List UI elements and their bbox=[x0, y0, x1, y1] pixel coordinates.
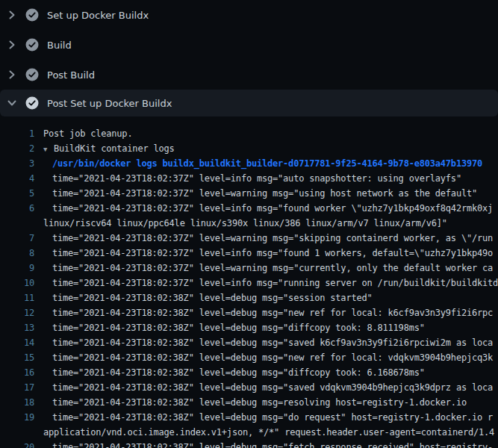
log-text: time="2021-04-23T18:02:38Z" level=debug … bbox=[43, 395, 467, 410]
log-text: Post job cleanup. bbox=[43, 126, 132, 141]
chevron-right-icon bbox=[6, 9, 18, 21]
log-line-number[interactable]: 8 bbox=[0, 246, 34, 261]
log-line: 12time="2021-04-23T18:02:38Z" level=debu… bbox=[0, 305, 498, 320]
log-line-number[interactable]: 11 bbox=[0, 290, 34, 305]
log-line-number[interactable]: 18 bbox=[0, 395, 34, 410]
log-line: 3/usr/bin/docker logs buildx_buildkit_bu… bbox=[0, 156, 498, 171]
log-text: time="2021-04-23T18:02:38Z" level=debug … bbox=[43, 290, 373, 305]
log-line: 15time="2021-04-23T18:02:38Z" level=debu… bbox=[0, 350, 498, 365]
step-header-build[interactable]: Build bbox=[0, 30, 498, 60]
log-line-number[interactable]: 9 bbox=[0, 261, 34, 276]
log-line-number[interactable]: 7 bbox=[0, 231, 34, 246]
check-circle-icon bbox=[25, 38, 39, 52]
log-line: 10time="2021-04-23T18:02:37Z" level=info… bbox=[0, 276, 498, 290]
log-line-number[interactable]: 20 bbox=[0, 440, 34, 448]
check-circle-icon bbox=[25, 96, 39, 110]
log-line: 20time="2021-04-23T18:02:38Z" level=debu… bbox=[0, 440, 498, 448]
log-line-number[interactable]: 13 bbox=[0, 320, 34, 335]
log-text: BuildKit container logs bbox=[54, 143, 175, 154]
log-line: 7time="2021-04-23T18:02:37Z" level=warni… bbox=[0, 231, 498, 246]
chevron-right-icon bbox=[6, 69, 18, 81]
step-list: Set up Docker BuildxBuildPost BuildPost … bbox=[0, 0, 498, 116]
log-line-number[interactable]: 10 bbox=[0, 276, 34, 290]
log-group-line: ▼BuildKit container logs bbox=[43, 141, 175, 156]
step-label: Post Set up Docker Buildx bbox=[47, 98, 172, 109]
log-line-number[interactable]: 3 bbox=[0, 156, 34, 171]
step-label: Post Build bbox=[47, 69, 95, 81]
log-line: 16time="2021-04-23T18:02:38Z" level=debu… bbox=[0, 365, 498, 380]
log-line-number[interactable] bbox=[0, 425, 34, 440]
log-text: time="2021-04-23T18:02:37Z" level=info m… bbox=[43, 246, 493, 261]
group-toggle-icon[interactable]: ▼ bbox=[43, 142, 54, 157]
step-header-set-up-docker-buildx[interactable]: Set up Docker Buildx bbox=[0, 0, 498, 30]
log-line: 9time="2021-04-23T18:02:37Z" level=warni… bbox=[0, 261, 498, 276]
log-line-number[interactable]: 15 bbox=[0, 350, 34, 365]
log-text: time="2021-04-23T18:02:38Z" level=debug … bbox=[43, 410, 493, 425]
log-line: 5time="2021-04-23T18:02:37Z" level=warni… bbox=[0, 186, 498, 201]
log-text: /usr/bin/docker logs buildx_buildkit_bui… bbox=[43, 156, 482, 171]
chevron-right-icon bbox=[6, 39, 18, 51]
log-line: 14time="2021-04-23T18:02:38Z" level=debu… bbox=[0, 335, 498, 350]
log-line-number[interactable]: 5 bbox=[0, 186, 34, 201]
step-header-post-build[interactable]: Post Build bbox=[0, 60, 498, 90]
log-line: 6time="2021-04-23T18:02:37Z" level=info … bbox=[0, 201, 498, 216]
log-line-continuation: application/vnd.oci.image.index.v1+json,… bbox=[0, 425, 498, 440]
log-text: time="2021-04-23T18:02:37Z" level=info m… bbox=[43, 276, 498, 290]
log-line: 17time="2021-04-23T18:02:38Z" level=debu… bbox=[0, 380, 498, 395]
log-text: time="2021-04-23T18:02:37Z" level=warnin… bbox=[43, 261, 493, 276]
log-text: time="2021-04-23T18:02:38Z" level=debug … bbox=[43, 305, 493, 320]
log-text: time="2021-04-23T18:02:38Z" level=debug … bbox=[43, 380, 493, 395]
log-line-continuation: linux/riscv64 linux/ppc64le linux/s390x … bbox=[0, 216, 498, 231]
chevron-down-icon bbox=[6, 97, 18, 109]
log-line-number[interactable]: 1 bbox=[0, 126, 34, 141]
step-label: Build bbox=[47, 40, 72, 51]
log-text: time="2021-04-23T18:02:38Z" level=debug … bbox=[43, 365, 425, 380]
log-line-number[interactable]: 19 bbox=[0, 410, 34, 425]
log-text: time="2021-04-23T18:02:37Z" level=info m… bbox=[43, 201, 493, 216]
check-circle-icon bbox=[25, 68, 39, 81]
log-line: 8time="2021-04-23T18:02:37Z" level=info … bbox=[0, 246, 498, 261]
check-circle-icon bbox=[25, 8, 39, 22]
log-line-number[interactable]: 12 bbox=[0, 305, 34, 320]
log-line-number[interactable]: 4 bbox=[0, 171, 34, 186]
log-line-number[interactable]: 2 bbox=[0, 141, 34, 156]
log-text: time="2021-04-23T18:02:38Z" level=debug … bbox=[43, 320, 425, 335]
log-line-number[interactable]: 17 bbox=[0, 380, 34, 395]
step-label: Set up Docker Buildx bbox=[47, 10, 149, 21]
log-line-number[interactable]: 6 bbox=[0, 201, 34, 216]
actions-log-page: { "colors": { "background": "#090c10", "… bbox=[0, 0, 498, 448]
log-line: 13time="2021-04-23T18:02:38Z" level=debu… bbox=[0, 320, 498, 335]
log-text: application/vnd.oci.image.index.v1+json,… bbox=[43, 425, 494, 440]
log-line: 18time="2021-04-23T18:02:38Z" level=debu… bbox=[0, 395, 498, 410]
log-text: time="2021-04-23T18:02:38Z" level=debug … bbox=[43, 440, 493, 448]
log-line-number[interactable]: 16 bbox=[0, 365, 34, 380]
log-text: linux/riscv64 linux/ppc64le linux/s390x … bbox=[43, 216, 447, 231]
log-text: time="2021-04-23T18:02:38Z" level=debug … bbox=[43, 335, 493, 350]
log-line: 2▼BuildKit container logs bbox=[0, 141, 498, 156]
log-line: 19time="2021-04-23T18:02:38Z" level=debu… bbox=[0, 410, 498, 425]
log-text: time="2021-04-23T18:02:37Z" level=warnin… bbox=[43, 231, 493, 246]
log-line-number[interactable]: 14 bbox=[0, 335, 34, 350]
log-lines-container: 1Post job cleanup.2▼BuildKit container l… bbox=[0, 119, 498, 448]
log-line: 4time="2021-04-23T18:02:37Z" level=info … bbox=[0, 171, 498, 186]
log-line: 1Post job cleanup. bbox=[0, 126, 498, 141]
step-header-post-set-up-docker-buildx[interactable]: Post Set up Docker Buildx bbox=[0, 90, 498, 116]
log-text: time="2021-04-23T18:02:38Z" level=debug … bbox=[43, 350, 493, 365]
log-text: time="2021-04-23T18:02:37Z" level=info m… bbox=[43, 171, 461, 186]
log-line: 11time="2021-04-23T18:02:38Z" level=debu… bbox=[0, 290, 498, 305]
log-text: time="2021-04-23T18:02:37Z" level=warnin… bbox=[43, 186, 477, 201]
log-line-number[interactable] bbox=[0, 216, 34, 231]
